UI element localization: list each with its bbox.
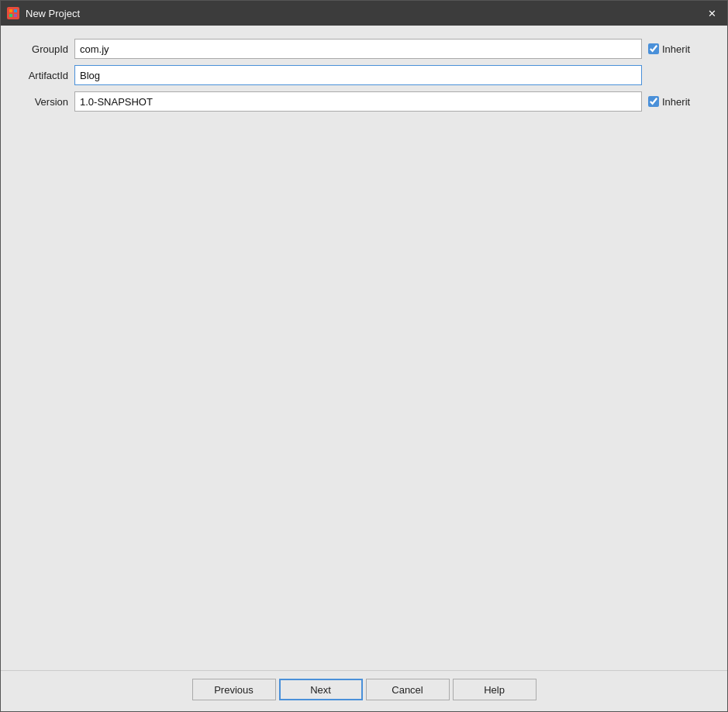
version-inherit-label: Inherit (662, 96, 690, 108)
svg-rect-1 (9, 9, 12, 12)
groupId-inherit-area: Inherit (648, 43, 718, 55)
next-button[interactable]: Next (279, 679, 363, 700)
version-inherit-area: Inherit (648, 96, 718, 108)
version-label: Version (10, 96, 68, 108)
svg-rect-2 (14, 9, 17, 12)
dialog-window: New Project ✕ GroupId Inherit ArtifactId (0, 0, 728, 712)
groupId-input[interactable] (74, 39, 642, 59)
artifactId-input[interactable] (74, 65, 642, 85)
version-row: Version Inherit (10, 91, 718, 112)
dialog-content: GroupId Inherit ArtifactId Inherit (1, 26, 727, 670)
artifactId-input-group (74, 65, 642, 85)
groupId-inherit-label: Inherit (662, 43, 690, 55)
version-input[interactable] (74, 91, 642, 112)
groupId-input-group (74, 39, 642, 59)
cancel-button[interactable]: Cancel (366, 679, 450, 700)
svg-rect-0 (7, 7, 19, 19)
groupId-inherit-checkbox[interactable] (648, 43, 659, 54)
artifactId-row: ArtifactId Inherit (10, 64, 718, 86)
help-button[interactable]: Help (453, 679, 537, 700)
artifactId-label: ArtifactId (10, 70, 68, 81)
app-icon (7, 7, 19, 19)
form-area: GroupId Inherit ArtifactId Inherit (10, 38, 718, 112)
svg-rect-4 (14, 14, 17, 17)
close-button[interactable]: ✕ (702, 4, 721, 22)
previous-button[interactable]: Previous (192, 679, 276, 700)
title-bar-text: New Project (26, 8, 696, 19)
dialog-footer: Previous Next Cancel Help (1, 670, 727, 711)
svg-rect-3 (9, 14, 12, 17)
content-spacer (10, 112, 718, 661)
version-input-group (74, 91, 642, 112)
groupId-label: GroupId (10, 43, 68, 55)
version-inherit-checkbox[interactable] (648, 96, 659, 107)
groupId-row: GroupId Inherit (10, 38, 718, 60)
title-bar: New Project ✕ (1, 1, 727, 26)
